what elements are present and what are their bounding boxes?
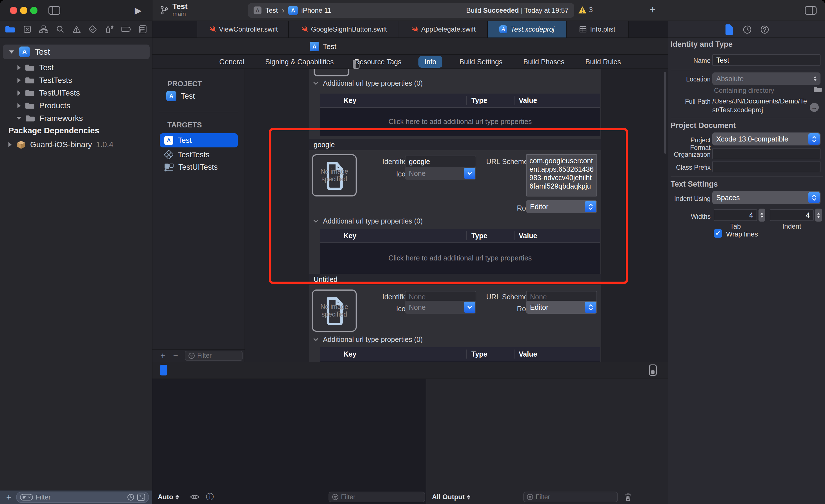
help-inspector-icon[interactable] — [760, 25, 769, 34]
props-table-1[interactable]: Key Type Value Click here to add additio… — [320, 93, 600, 136]
dropdown-stepper-button[interactable] — [585, 302, 596, 313]
organization-field[interactable] — [712, 148, 821, 159]
run-button[interactable]: ▶ — [135, 5, 142, 16]
add-target-button[interactable]: + — [160, 351, 165, 361]
hide-debug-area-icon[interactable] — [649, 364, 657, 376]
minimize-window-button[interactable] — [20, 7, 27, 14]
zoom-window-button[interactable] — [30, 7, 38, 14]
project-navigator-icon[interactable] — [5, 25, 15, 33]
toggle-projects-list-icon[interactable] — [353, 60, 360, 69]
targets-filter-field[interactable]: Filter — [185, 351, 243, 361]
props-table-3[interactable]: Key Type Value — [320, 347, 600, 362]
info-icon[interactable]: ⓘ — [206, 492, 214, 502]
chevron-down-icon[interactable] — [313, 82, 318, 85]
tab-build-rules[interactable]: Build Rules — [581, 56, 625, 68]
file-inspector-icon[interactable] — [725, 24, 733, 35]
chevron-down-icon[interactable] — [313, 338, 318, 341]
close-window-button[interactable] — [10, 7, 17, 14]
chevron-right-icon[interactable] — [17, 78, 20, 83]
test-navigator-icon[interactable] — [88, 25, 97, 33]
project-format-dropdown[interactable]: Xcode 13.0-compatible — [712, 133, 821, 145]
jumpbar-item[interactable]: Test — [323, 42, 336, 51]
choose-folder-icon[interactable] — [813, 86, 822, 93]
toggle-navigator-icon[interactable] — [49, 6, 60, 15]
search-navigator-icon[interactable] — [56, 25, 65, 33]
url-schemes-field-google[interactable]: com.googleusercontent.apps.653261436983-… — [526, 154, 597, 197]
dropdown-stepper-button[interactable] — [808, 192, 820, 203]
reveal-arrow-icon[interactable] — [810, 103, 819, 112]
tree-row-products-folder[interactable]: Products — [0, 99, 70, 112]
chevron-right-icon[interactable] — [17, 90, 20, 95]
scheme-destination[interactable]: iPhone 11 — [301, 6, 331, 14]
additional-props-disclosure[interactable]: Additional url type properties (0) — [313, 336, 423, 344]
empty-table-hint[interactable]: Click here to add additional url type pr… — [320, 243, 600, 273]
additional-props-disclosure[interactable]: Additional url type properties (0) — [313, 79, 423, 87]
remove-target-button[interactable]: − — [173, 351, 178, 361]
scheme-project[interactable]: Test — [266, 6, 278, 14]
chevron-down-icon[interactable] — [9, 51, 14, 54]
breakpoints-toggle-icon[interactable] — [160, 365, 167, 375]
chevron-right-icon[interactable] — [8, 142, 12, 147]
chevron-down-icon[interactable] — [313, 220, 318, 223]
trash-icon[interactable] — [624, 492, 632, 501]
console-filter-field[interactable]: Filter — [523, 492, 618, 502]
variables-filter-field[interactable]: Filter — [328, 492, 425, 502]
icon-dropdown-untitled[interactable]: None — [405, 301, 476, 314]
tree-row-testtests-folder[interactable]: TestTests — [0, 74, 72, 86]
tree-row-testuitests-folder[interactable]: TestUITests — [0, 86, 80, 99]
add-tab-button[interactable]: + — [650, 4, 656, 16]
recents-clock-icon[interactable] — [127, 494, 134, 501]
tab-xcodeproj-active[interactable]: Test.xcodeproj — [488, 21, 567, 38]
tab-appdelegate[interactable]: AppDelegate.swift — [398, 21, 488, 38]
chevron-right-icon[interactable] — [17, 65, 20, 70]
tab-googlesigninbutton[interactable]: GoogleSignInButton.swift — [289, 21, 398, 38]
indent-using-dropdown[interactable]: Spaces — [712, 191, 821, 204]
issue-navigator-icon[interactable] — [72, 25, 81, 33]
name-field[interactable]: Test — [712, 54, 821, 66]
dropdown-chevron-button[interactable] — [464, 168, 475, 179]
dropdown-stepper-button[interactable] — [585, 201, 596, 212]
toggle-inspector-icon[interactable] — [805, 6, 817, 15]
additional-props-disclosure[interactable]: Additional url type properties (0) — [313, 217, 423, 225]
tab-width-field[interactable]: 4 — [714, 209, 757, 221]
role-dropdown-untitled[interactable]: Editor — [526, 301, 597, 314]
tab-general[interactable]: General — [215, 56, 248, 68]
target-row-testuitests[interactable]: TestUITests — [164, 163, 218, 172]
dropdown-stepper-button[interactable] — [808, 133, 820, 145]
flagged-filter-icon[interactable] — [137, 494, 145, 501]
identifier-field-google[interactable]: google — [405, 156, 476, 167]
quicklook-eye-icon[interactable] — [190, 494, 199, 500]
role-dropdown-google[interactable]: Editor — [526, 200, 597, 213]
indent-width-field[interactable]: 4 — [770, 209, 814, 221]
tab-infoplist[interactable]: Info.plist — [567, 21, 628, 38]
tab-width-stepper[interactable] — [758, 209, 765, 222]
empty-table-hint[interactable]: Click here to add additional url type pr… — [320, 108, 600, 136]
chevron-down-icon[interactable] — [16, 117, 21, 120]
tab-build-settings[interactable]: Build Settings — [455, 56, 506, 68]
indent-width-stepper[interactable] — [815, 209, 822, 222]
image-well-partial[interactable] — [314, 69, 349, 76]
image-well-google[interactable]: No image specified — [312, 154, 357, 197]
navigator-filter-field[interactable]: Filter — [16, 492, 149, 503]
tree-row-frameworks-folder[interactable]: Frameworks — [0, 112, 83, 125]
project-row[interactable]: Test — [166, 91, 195, 101]
props-table-2[interactable]: Key Type Value Click here to add additio… — [320, 229, 600, 274]
tab-signing-capabilities[interactable]: Signing & Capabilities — [261, 56, 338, 68]
scheme-selector[interactable]: Test › iPhone 11 Build Succeeded | Today… — [248, 3, 574, 18]
wrap-lines-checkbox[interactable] — [714, 229, 722, 238]
tab-info[interactable]: Info — [419, 56, 443, 68]
location-dropdown[interactable]: Absolute — [712, 72, 821, 85]
console-scope-dropdown[interactable]: All Output — [432, 493, 465, 501]
warning-badge[interactable]: 3 — [578, 6, 593, 14]
target-row-test-selected[interactable]: A Test — [160, 133, 238, 147]
variables-scope-dropdown[interactable]: Auto — [158, 493, 173, 501]
symbol-navigator-icon[interactable] — [39, 25, 48, 33]
tree-row-test-folder[interactable]: Test — [0, 61, 54, 74]
filter-options-icon[interactable] — [20, 494, 33, 501]
dropdown-chevron-button[interactable] — [464, 302, 475, 313]
history-inspector-icon[interactable] — [743, 25, 751, 34]
vertical-scrollbar[interactable] — [664, 72, 666, 154]
icon-dropdown-google[interactable]: None — [405, 167, 476, 180]
image-well-untitled[interactable]: No image specified — [312, 289, 357, 332]
tab-build-phases[interactable]: Build Phases — [519, 56, 568, 68]
